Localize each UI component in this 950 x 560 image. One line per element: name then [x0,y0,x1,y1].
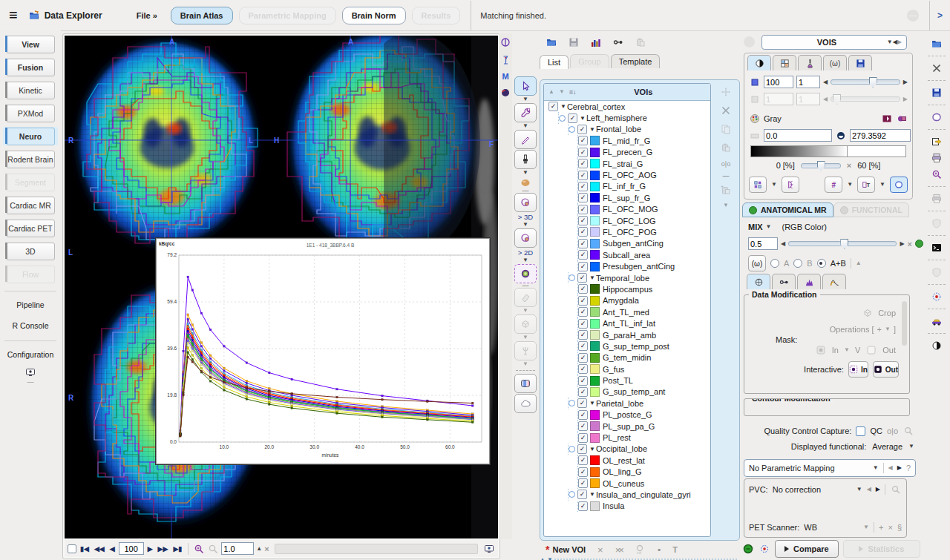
top-tab-brain-norm[interactable]: Brain Norm [342,7,406,24]
slider-left-icon[interactable]: ◀ [823,79,828,85]
voi-checkbox[interactable]: ✓ [578,284,588,294]
annotation-dropdown-icon[interactable]: ▼ [879,182,885,188]
rail-load-icon[interactable] [931,38,943,50]
tab-layout[interactable] [773,55,796,70]
voi-color-chip[interactable] [590,330,600,340]
sidebar-item-cardiac-mr[interactable]: Cardiac MR [3,196,58,214]
atlas-globe-icon[interactable] [499,87,511,99]
voi-group-row[interactable]: ✓▼Frontal_lobe [546,124,710,135]
grid-overlay-button[interactable]: # [825,177,842,193]
sidebar-item-fusion[interactable]: Fusion [3,58,58,76]
target-status-icon[interactable] [759,543,770,555]
voi-row[interactable]: ✓G_fus [546,363,710,375]
voi-checkbox[interactable]: ✓ [577,490,587,499]
tab-curve-tools[interactable] [822,274,846,289]
frame-number-input[interactable] [119,542,144,555]
last-frame-button[interactable]: ▶▮ [171,545,183,553]
voi-row[interactable]: ✓G_tem_midin [546,352,710,363]
voi-color-chip[interactable] [590,250,600,260]
mix-value-field[interactable] [748,237,778,250]
parametric-mapping-combo[interactable]: No Parametric Mapping ▼ ◀ ▶ ? [744,459,916,477]
mix-left-icon[interactable]: ◀ [781,241,785,247]
voi-row[interactable]: ✓PL_postce_G [546,409,710,421]
compare-button[interactable]: Compare [775,540,839,558]
voi-color-chip[interactable] [590,205,600,214]
voi-color-chip[interactable] [590,182,600,191]
window-min-field[interactable] [764,129,832,142]
layout-split-icon[interactable] [499,36,511,48]
tool-dropdown-icon[interactable]: ▼ [522,170,528,176]
collapse-arrow-icon[interactable]: ▼ [589,400,595,406]
hamburger-menu-icon[interactable]: ≡ [9,7,18,24]
voi-row[interactable]: ✓FL_OFC_AOG [546,169,710,180]
sidebar-item-cardiac-pet[interactable]: Cardiac PET [3,219,58,237]
voi-color-chip[interactable] [590,410,600,420]
voi-group-row[interactable]: ✓▼Cerebral_cortex [546,101,710,112]
voi-checkbox[interactable]: ✓ [578,159,588,168]
pvc-value[interactable]: No correction [773,485,821,494]
voi-checkbox[interactable]: ✓ [578,330,588,340]
frame-slider[interactable] [831,79,900,85]
mix-slider[interactable] [788,241,897,246]
scroll-up-icon[interactable]: ▲ [540,557,546,560]
voi-tab-template[interactable]: Template [611,54,661,68]
palette-icon[interactable] [749,113,761,125]
tree-expand-handle[interactable] [559,115,566,122]
voi-color-chip[interactable] [590,353,600,363]
qc-checkbox[interactable] [856,426,865,436]
zoom-factor-input[interactable] [221,542,254,555]
voi-row[interactable]: ✓FL_precen_G [546,147,710,158]
rail-zoom-icon[interactable] [931,168,943,180]
threshold-slider[interactable] [801,163,841,168]
voi-row[interactable]: ✓FL_inf_fr_G [546,181,710,192]
voi-color-chip[interactable] [590,296,600,306]
projection-button[interactable] [782,177,799,193]
tree-expand-handle[interactable] [569,126,575,133]
voi-checkbox[interactable]: ✓ [578,262,588,271]
voi-checkbox[interactable]: ✓ [568,113,577,123]
omega-toggle-button[interactable]: (ω) [748,255,766,271]
radio-source-b[interactable] [793,259,802,268]
voi-color-chip[interactable] [590,387,600,397]
rail-export-icon[interactable] [931,136,943,148]
voi-group-row[interactable]: ✓▼Occipital_lobe [546,444,710,455]
mix-right-icon[interactable]: ▶ [900,241,904,247]
load-vois-button[interactable] [546,36,557,48]
tab-anatomical-mr[interactable]: ANATOMICAL MR [742,202,833,217]
voi-row[interactable]: ✓FL_OFC_POG [546,226,710,237]
voi-checkbox[interactable]: ✓ [577,398,587,408]
tab-omega[interactable]: (ω) [823,55,847,70]
voi-row[interactable]: ✓G_paraH_amb [546,329,710,340]
sphere-3d-tool-button[interactable] [514,193,537,212]
voi-checkbox[interactable]: ✓ [578,353,588,363]
annotation-button[interactable]: T [857,177,875,193]
voi-checkbox[interactable]: ✓ [578,193,588,202]
voi-row[interactable]: ✓Insula [546,501,710,512]
prev-frame-button[interactable]: ◀ [108,545,117,553]
link-vois-button[interactable] [612,36,624,48]
voi-checkbox[interactable]: ✓ [577,273,587,283]
voi-color-chip[interactable] [590,193,600,202]
rail-taxi-icon[interactable] [931,315,943,327]
voi-row[interactable]: ✓FL_OFC_MOG [546,204,710,215]
sidebar-item-view[interactable]: View [3,35,58,53]
tab-contrast[interactable] [747,55,771,70]
tab-processing[interactable] [798,55,822,70]
new-voi-button[interactable]: * New VOI [546,545,586,554]
tree-expand-handle[interactable] [569,400,575,406]
zoom-apply-arrow[interactable]: ▲ [256,546,262,552]
voi-checkbox[interactable]: ✓ [578,148,588,157]
next-frame-button[interactable]: ▶ [146,545,154,553]
interactive-out-button[interactable]: Out [873,361,899,378]
marker-m-icon[interactable]: M [502,72,508,81]
scroll-down-icon[interactable]: ▼ [547,557,553,560]
rail-target-icon[interactable] [931,291,943,303]
active-sphere-tool[interactable] [514,264,537,283]
voi-checkbox[interactable]: ✓ [578,250,588,260]
tool-dropdown-icon[interactable]: ▼ [522,123,528,129]
open-folder-icon[interactable] [28,10,40,22]
window-max-field[interactable] [850,129,911,142]
voi-row[interactable]: ✓G_sup_temp_ant [546,386,710,398]
voi-row[interactable]: ✓FL_OFC_LOG [546,215,710,226]
voi-row[interactable]: ✓Ant_TL_inf_lat [546,317,710,329]
